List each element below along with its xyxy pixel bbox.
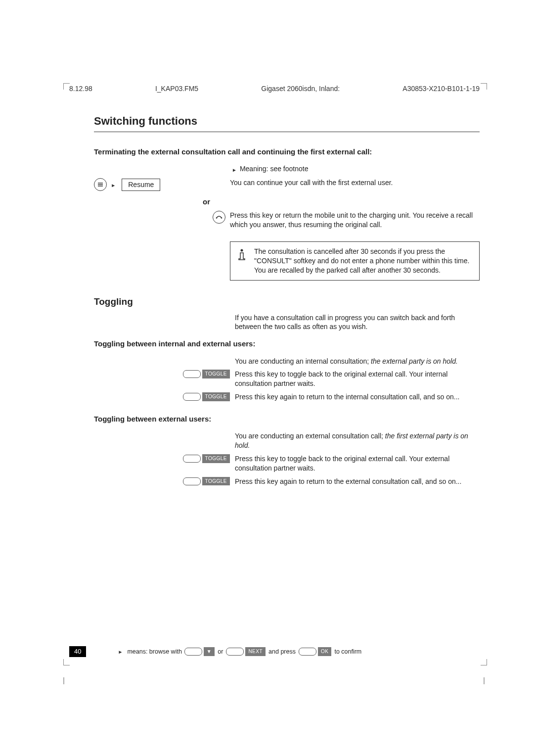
toggling-title: Toggling: [94, 295, 480, 308]
int-ext-line1: You are conducting an internal consultat…: [235, 357, 480, 366]
page-number: 40: [69, 646, 86, 657]
crop-mark-right-bottom: [484, 677, 485, 684]
header-title: Gigaset 2060isdn, Inland:: [261, 84, 340, 94]
softkey-blank-icon: [299, 648, 316, 656]
toggle-softkey-4: TOGGLE: [183, 477, 230, 486]
ext-line2: Press this key to toggle back to the ori…: [235, 454, 480, 473]
softkey-blank-icon: [184, 648, 202, 656]
resume-step: Resume: [94, 178, 208, 191]
svg-point-5: [241, 249, 243, 252]
resume-menu-item: Resume: [122, 179, 160, 191]
ext-line1: You are conducting an external consultat…: [235, 431, 480, 450]
crop-mark-br: [481, 659, 487, 665]
softkey-label: TOGGLE: [202, 392, 230, 401]
page-header: 8.12.98 I_KAP03.FM5 Gigaset 2060isdn, In…: [69, 84, 480, 94]
crop-mark-tr: [481, 83, 487, 90]
int-ext-line1a: You are conducting an internal consultat…: [235, 357, 371, 365]
or-label: or: [203, 197, 480, 207]
softkey-blank-icon: [183, 370, 201, 378]
softkey-label: TOGGLE: [202, 477, 230, 486]
press-key-text: Press this key or return the mobile unit…: [230, 211, 480, 230]
toggle-softkey-2: TOGGLE: [183, 392, 230, 401]
footer-text-2: and press: [268, 648, 296, 656]
meaning-footnote: Meaning: see footnote: [240, 164, 309, 174]
softkey-label: TOGGLE: [202, 370, 230, 378]
arrow-icon: [232, 164, 237, 174]
ok-softkey: OK: [318, 647, 331, 656]
softkey-blank-icon: [226, 648, 244, 656]
svg-point-4: [221, 218, 222, 219]
toggle-softkey-3: TOGGLE: [183, 454, 230, 463]
menu-icon: [94, 178, 107, 191]
softkey-label: TOGGLE: [202, 454, 230, 463]
int-ext-line3: Press this key again to return to the in…: [235, 392, 480, 402]
softkey-blank-icon: [183, 455, 201, 463]
int-ext-line2: Press this key to toggle back to the ori…: [235, 370, 480, 388]
terminating-subhead: Terminating the external consultation ca…: [94, 147, 480, 157]
footer-text-1: means: browse with: [127, 648, 181, 656]
arrow-icon: [111, 180, 116, 189]
softkey-blank-icon: [183, 477, 201, 485]
toggle-softkey-1: TOGGLE: [183, 370, 230, 378]
toggling-int-ext-head: Toggling between internal and external u…: [94, 339, 480, 349]
footer-or: or: [218, 648, 223, 656]
page-footer: 40 means: browse with ▼ or NEXT and pres…: [69, 646, 480, 657]
softkey-blank-icon: [183, 393, 201, 401]
int-ext-line1b: the external party is on hold.: [371, 357, 458, 365]
arrow-icon: [118, 648, 123, 656]
note-box: The consultation is cancelled after 30 s…: [230, 241, 480, 281]
ext-line3: Press this key again to return to the ex…: [235, 477, 480, 486]
note-text: The consultation is cancelled after 30 s…: [254, 247, 469, 274]
info-icon: [235, 249, 248, 264]
crop-mark-bl: [63, 659, 70, 665]
svg-point-3: [216, 218, 217, 219]
toggling-intro: If you have a consultation call in progr…: [235, 313, 480, 332]
section-title: Switching functions: [94, 114, 480, 132]
toggling-ext-head: Toggling between external users:: [94, 414, 480, 424]
footer-text-3: to confirm: [334, 648, 361, 656]
crop-mark-left-bottom: [63, 677, 64, 684]
continue-text: You can continue your call with the firs…: [230, 178, 480, 188]
header-docnum: A30853-X210-B101-1-19: [402, 84, 480, 94]
next-softkey: NEXT: [245, 647, 266, 656]
ext-line1a: You are conducting an external consultat…: [235, 432, 385, 440]
down-softkey: ▼: [204, 647, 215, 656]
header-date: 8.12.98: [69, 84, 92, 94]
header-file: I_KAP03.FM5: [155, 84, 198, 94]
on-hook-icon: [213, 211, 225, 224]
